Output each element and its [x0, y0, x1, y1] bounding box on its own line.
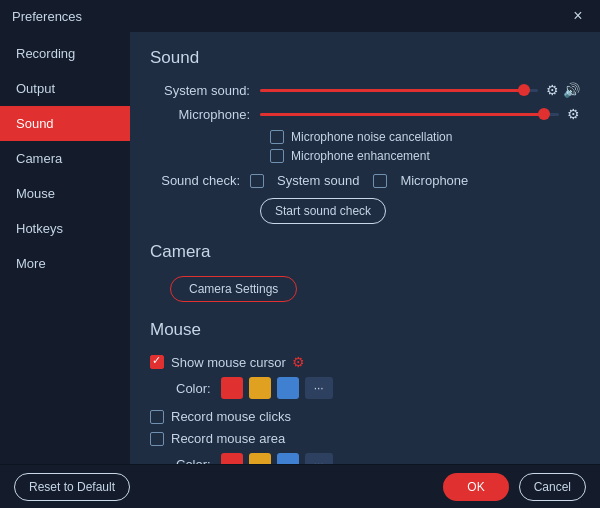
microphone-track[interactable] — [260, 113, 559, 116]
system-sound-fill — [260, 89, 524, 92]
noise-cancellation-label: Microphone noise cancellation — [291, 130, 452, 144]
area-color-blue[interactable] — [277, 453, 299, 464]
sound-check-system-label: System sound — [277, 173, 359, 188]
microphone-label: Microphone: — [150, 107, 260, 122]
record-area-checkbox[interactable] — [150, 432, 164, 446]
mouse-heading: Mouse — [150, 320, 580, 340]
area-color-label: Color: — [176, 457, 211, 465]
sidebar-item-more[interactable]: More — [0, 246, 130, 281]
cursor-color-row: Color: ··· — [176, 377, 580, 399]
ok-button[interactable]: OK — [443, 473, 508, 501]
cursor-gear-icon[interactable]: ⚙ — [292, 354, 305, 370]
system-sound-slider-container — [260, 89, 538, 92]
microphone-thumb[interactable] — [538, 108, 550, 120]
sidebar-item-output[interactable]: Output — [0, 71, 130, 106]
noise-cancellation-checkbox[interactable] — [270, 130, 284, 144]
show-cursor-row: Show mouse cursor ⚙ — [150, 354, 580, 370]
area-color-red[interactable] — [221, 453, 243, 464]
cursor-color-more-button[interactable]: ··· — [305, 377, 333, 399]
area-color-row: Color: ··· — [176, 453, 580, 464]
sound-section: Sound System sound: ⚙ 🔊 — [150, 48, 580, 224]
camera-settings-button[interactable]: Camera Settings — [170, 276, 297, 302]
footer-actions: OK Cancel — [443, 473, 586, 501]
show-cursor-label: Show mouse cursor — [171, 355, 286, 370]
sidebar-item-camera[interactable]: Camera — [0, 141, 130, 176]
sound-check-label: Sound check: — [150, 173, 250, 188]
camera-section: Camera Camera Settings — [150, 242, 580, 302]
show-cursor-checkbox[interactable] — [150, 355, 164, 369]
sidebar-item-hotkeys[interactable]: Hotkeys — [0, 211, 130, 246]
enhancement-row: Microphone enhancement — [270, 149, 580, 163]
sound-check-microphone-label: Microphone — [400, 173, 468, 188]
noise-cancellation-row: Microphone noise cancellation — [270, 130, 580, 144]
preferences-window: Preferences × Recording Output Sound Cam… — [0, 0, 600, 508]
start-sound-check-button[interactable]: Start sound check — [260, 198, 386, 224]
main-area: Recording Output Sound Camera Mouse Hotk… — [0, 32, 600, 464]
system-sound-row: System sound: ⚙ 🔊 — [150, 82, 580, 98]
mouse-section: Mouse Show mouse cursor ⚙ Color: ··· — [150, 320, 580, 464]
content-area: Sound System sound: ⚙ 🔊 — [130, 32, 600, 464]
system-sound-thumb[interactable] — [518, 84, 530, 96]
record-clicks-row: Record mouse clicks — [150, 409, 580, 424]
record-clicks-label: Record mouse clicks — [171, 409, 291, 424]
system-sound-label: System sound: — [150, 83, 260, 98]
cursor-color-red[interactable] — [221, 377, 243, 399]
microphone-icons: ⚙ — [567, 106, 580, 122]
microphone-gear-icon[interactable]: ⚙ — [567, 106, 580, 122]
system-sound-track[interactable] — [260, 89, 538, 92]
system-sound-gear-icon[interactable]: ⚙ — [546, 82, 559, 98]
camera-heading: Camera — [150, 242, 580, 262]
area-color-yellow[interactable] — [249, 453, 271, 464]
titlebar: Preferences × — [0, 0, 600, 32]
footer: Reset to Default OK Cancel — [0, 464, 600, 508]
record-area-row: Record mouse area — [150, 431, 580, 446]
microphone-row: Microphone: ⚙ — [150, 106, 580, 122]
microphone-slider-container — [260, 113, 559, 116]
sound-check-microphone-checkbox[interactable] — [373, 174, 387, 188]
sound-heading: Sound — [150, 48, 580, 68]
window-title: Preferences — [12, 9, 82, 24]
microphone-fill — [260, 113, 544, 116]
sound-check-system-option: System sound — [250, 173, 359, 188]
sidebar: Recording Output Sound Camera Mouse Hotk… — [0, 32, 130, 464]
cancel-button[interactable]: Cancel — [519, 473, 586, 501]
sidebar-item-recording[interactable]: Recording — [0, 36, 130, 71]
enhancement-label: Microphone enhancement — [291, 149, 430, 163]
sound-check-options: System sound Microphone — [250, 173, 468, 188]
close-button[interactable]: × — [568, 6, 588, 26]
record-clicks-checkbox[interactable] — [150, 410, 164, 424]
sound-check-system-checkbox[interactable] — [250, 174, 264, 188]
system-sound-icons: ⚙ 🔊 — [546, 82, 580, 98]
system-sound-speaker-icon[interactable]: 🔊 — [563, 82, 580, 98]
reset-default-button[interactable]: Reset to Default — [14, 473, 130, 501]
sound-check-row: Sound check: System sound Microphone — [150, 173, 580, 188]
sound-check-microphone-option: Microphone — [373, 173, 468, 188]
cursor-color-yellow[interactable] — [249, 377, 271, 399]
sidebar-item-sound[interactable]: Sound — [0, 106, 130, 141]
cursor-color-label: Color: — [176, 381, 211, 396]
sidebar-item-mouse[interactable]: Mouse — [0, 176, 130, 211]
enhancement-checkbox[interactable] — [270, 149, 284, 163]
record-area-label: Record mouse area — [171, 431, 285, 446]
area-color-more-button[interactable]: ··· — [305, 453, 333, 464]
cursor-color-blue[interactable] — [277, 377, 299, 399]
